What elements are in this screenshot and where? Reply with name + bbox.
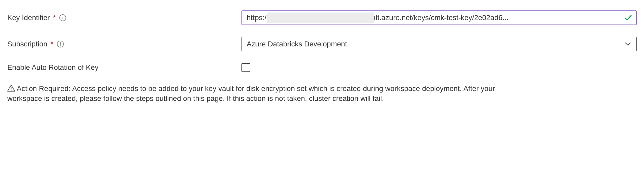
- action-required-message: Action Required: Access policy needs to …: [0, 84, 536, 104]
- info-icon[interactable]: i: [59, 14, 66, 21]
- subscription-row: Subscription * i Azure Databricks Develo…: [7, 37, 637, 51]
- key-identifier-value: https:/ ılt.azure.net/keys/cmk-test-key/…: [247, 13, 621, 23]
- warning-icon: [7, 85, 15, 92]
- info-icon[interactable]: i: [57, 41, 64, 47]
- key-identifier-row: Key Identifier * i https:/ ılt.azure.net…: [7, 10, 637, 25]
- key-identifier-label: Key Identifier: [7, 14, 50, 22]
- subscription-value: Azure Databricks Development: [247, 40, 347, 48]
- required-marker: *: [50, 40, 53, 48]
- subscription-label: Subscription: [7, 40, 47, 48]
- chevron-down-icon: [624, 40, 632, 48]
- auto-rotation-label-col: Enable Auto Rotation of Key: [7, 63, 241, 72]
- key-identifier-input[interactable]: https:/ ılt.azure.net/keys/cmk-test-key/…: [241, 10, 637, 25]
- validation-check-icon: [624, 13, 633, 22]
- auto-rotation-checkbox[interactable]: [241, 63, 250, 72]
- required-marker: *: [53, 14, 56, 22]
- auto-rotation-label: Enable Auto Rotation of Key: [7, 63, 98, 72]
- subscription-dropdown[interactable]: Azure Databricks Development: [241, 37, 637, 51]
- svg-point-2: [11, 90, 12, 91]
- subscription-label-col: Subscription * i: [7, 40, 241, 48]
- warning-text-body: Action Required: Access policy needs to …: [7, 84, 495, 102]
- auto-rotation-row: Enable Auto Rotation of Key: [7, 63, 637, 72]
- key-identifier-label-col: Key Identifier * i: [7, 14, 241, 22]
- redacted-segment: [267, 13, 374, 23]
